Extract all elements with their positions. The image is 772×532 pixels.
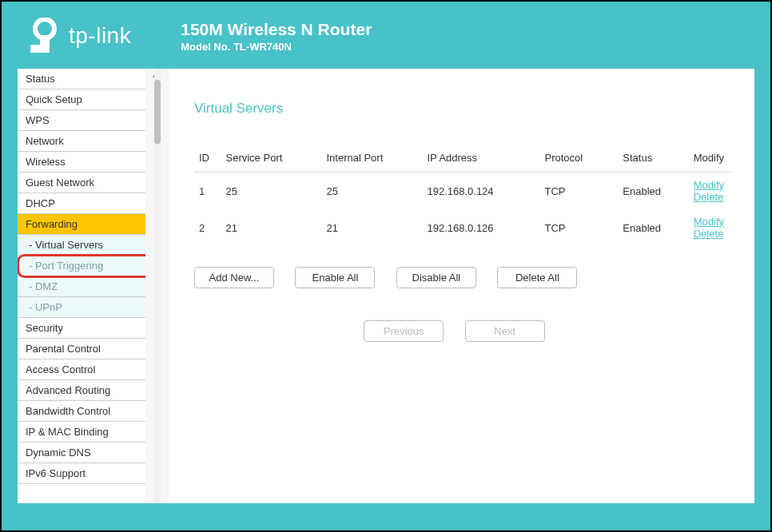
col-modify: Modify <box>689 147 732 173</box>
nav-security[interactable]: Security <box>18 318 145 339</box>
nav-wps[interactable]: WPS <box>18 110 145 131</box>
nav-dynamic-dns[interactable]: Dynamic DNS <box>18 443 145 463</box>
disable-all-button[interactable]: Disable All <box>396 267 476 288</box>
header: tp-link 150M Wireless N Router Model No.… <box>18 18 754 69</box>
col-service-port: Service Port <box>221 147 322 173</box>
nav-wireless[interactable]: Wireless <box>18 152 145 173</box>
enable-all-button[interactable]: Enable All <box>295 267 375 288</box>
cell-service-port: 25 <box>221 173 322 210</box>
nav-port-triggering[interactable]: - Port Triggering <box>18 256 145 276</box>
cell-id: 1 <box>194 173 221 210</box>
cell-status: Enabled <box>618 173 688 210</box>
title-block: 150M Wireless N Router Model No. TL-WR74… <box>181 20 372 53</box>
nav-status[interactable]: Status <box>18 69 145 89</box>
action-buttons: Add New... Enable All Disable All Delete… <box>194 267 732 288</box>
col-id: ID <box>194 147 221 173</box>
svg-rect-2 <box>30 45 48 53</box>
brand-logo: tp-link <box>29 18 131 54</box>
cell-protocol: TCP <box>539 173 618 210</box>
col-ip: IP Address <box>422 147 539 173</box>
previous-button[interactable]: Previous <box>364 320 444 342</box>
nav-advanced-routing[interactable]: Advanced Routing <box>18 380 145 401</box>
cell-ip: 192.168.0.126 <box>422 209 539 246</box>
col-internal-port: Internal Port <box>321 147 422 173</box>
main-content: Virtual Servers ID Service Port Internal… <box>169 69 754 503</box>
nav-ipv6-support[interactable]: IPv6 Support <box>18 463 145 484</box>
nav-network[interactable]: Network <box>18 131 145 152</box>
nav-upnp[interactable]: - UPnP <box>18 297 145 318</box>
brand-name: tp-link <box>69 23 131 49</box>
page-title: Virtual Servers <box>194 101 732 117</box>
modify-link[interactable]: Modify <box>694 216 724 228</box>
delete-all-button[interactable]: Delete All <box>497 267 577 288</box>
sidebar: Status Quick Setup WPS Network Wireless … <box>18 69 145 503</box>
product-title: 150M Wireless N Router <box>181 20 372 39</box>
next-button[interactable]: Next <box>465 320 545 342</box>
nav-forwarding[interactable]: Forwarding <box>18 214 145 235</box>
nav-parental-control[interactable]: Parental Control <box>18 339 145 359</box>
pager: Previous Next <box>194 320 732 342</box>
product-model: Model No. TL-WR740N <box>181 41 372 53</box>
nav-bandwidth-control[interactable]: Bandwidth Control <box>18 401 145 422</box>
col-protocol: Protocol <box>539 147 618 173</box>
sidebar-scrollbar[interactable]: ▴ <box>145 69 169 503</box>
cell-ip: 192.168.0.124 <box>422 173 539 210</box>
delete-link[interactable]: Delete <box>694 228 724 240</box>
table-row: 1 25 25 192.168.0.124 TCP Enabled Modify… <box>194 173 732 210</box>
cell-service-port: 21 <box>221 209 322 246</box>
nav-dmz[interactable]: - DMZ <box>18 276 145 297</box>
cell-internal-port: 21 <box>321 209 422 246</box>
nav-guest-network[interactable]: Guest Network <box>18 173 145 193</box>
modify-link[interactable]: Modify <box>694 179 724 191</box>
table-row: 2 21 21 192.168.0.126 TCP Enabled Modify… <box>194 209 732 246</box>
nav-dhcp[interactable]: DHCP <box>18 193 145 214</box>
cell-internal-port: 25 <box>321 173 422 210</box>
col-status: Status <box>618 147 688 173</box>
nav-virtual-servers[interactable]: - Virtual Servers <box>18 235 145 256</box>
cell-id: 2 <box>194 209 221 246</box>
tplink-logo-icon <box>29 18 61 54</box>
delete-link[interactable]: Delete <box>694 191 724 203</box>
nav-quick-setup[interactable]: Quick Setup <box>18 89 145 110</box>
nav-ip-mac-binding[interactable]: IP & MAC Binding <box>18 422 145 443</box>
add-new-button[interactable]: Add New... <box>194 267 274 288</box>
nav-port-triggering-highlight: - Port Triggering <box>18 256 145 276</box>
virtual-servers-table: ID Service Port Internal Port IP Address… <box>194 147 732 246</box>
cell-protocol: TCP <box>539 209 618 246</box>
nav-access-control[interactable]: Access Control <box>18 359 145 380</box>
scroll-thumb[interactable] <box>154 80 161 144</box>
cell-status: Enabled <box>618 209 688 246</box>
